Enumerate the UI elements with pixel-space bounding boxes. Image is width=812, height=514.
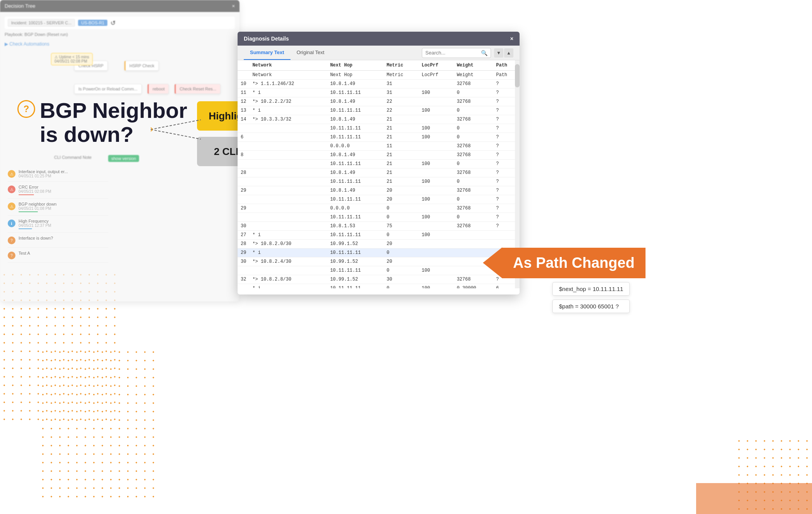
tab-arrow-down[interactable]: ▼ <box>494 48 503 58</box>
tooltip-path: $path = 30000 65001 ? <box>552 300 630 313</box>
table-cell: 32768 <box>454 115 493 124</box>
table-cell <box>419 248 454 257</box>
table-cell: 32768 <box>454 204 493 213</box>
search-input[interactable] <box>425 50 479 56</box>
table-cell <box>419 97 454 106</box>
table-cell: 10.11.11.11 <box>327 231 384 240</box>
table-cell: 0 <box>384 266 419 275</box>
table-cell: 10.11.11.11 <box>327 177 384 186</box>
table-cell: 28 <box>238 240 249 248</box>
table-row: * i10.11.11.1101000 300006 <box>238 284 520 289</box>
table-cell <box>238 284 249 289</box>
table-row: 10.11.11.110100 <box>238 266 520 275</box>
table-cell: * i <box>249 231 327 240</box>
table-cell <box>419 142 454 151</box>
table-cell: 10.11.11.11 <box>327 195 384 204</box>
incident-bar-2 <box>19 211 38 212</box>
table-cell <box>249 186 327 195</box>
search-bar: 🔍 <box>422 48 491 58</box>
table-cell: 0 <box>454 213 493 222</box>
col-weight: Weight <box>454 60 493 71</box>
table-cell: 12 <box>238 97 249 106</box>
table-cell: 22 <box>384 106 419 115</box>
incident-time-0: 04/05/21 01:25 PM <box>19 174 68 178</box>
table-cell <box>419 275 454 284</box>
table-cell: 75 <box>384 222 419 231</box>
table-row: 27* i10.11.11.110100 <box>238 231 520 240</box>
table-cell: 10.8.1.49 <box>327 186 384 195</box>
table-cell: 32768 <box>454 97 493 106</box>
table-cell: 100 <box>419 213 454 222</box>
col-network: Network <box>249 60 327 71</box>
table-cell: 29 <box>238 186 249 195</box>
table-cell: 100 <box>419 124 454 133</box>
table-cell: 21 <box>384 115 419 124</box>
table-row: 29* i10.11.11.110 <box>238 248 520 257</box>
table-cell: 10.8.1.49 <box>327 168 384 177</box>
incident-bar-3 <box>19 228 32 229</box>
diagnosis-window: Diagnosis Details × Summary Text Origina… <box>238 32 520 294</box>
table-cell: 10.11.11.11 <box>327 248 384 257</box>
table-cell <box>249 168 327 177</box>
tab-summary-text[interactable]: Summary Text <box>244 46 290 60</box>
col-metric: Metric <box>384 60 419 71</box>
table-cell: 0 <box>384 248 419 257</box>
table-cell: 10.11.11.11 <box>327 266 384 275</box>
diagnosis-titlebar: Diagnosis Details × <box>238 32 520 46</box>
table-cell: 28 <box>238 168 249 177</box>
incident-text-2: BGP neighbor down <box>19 202 56 206</box>
table-cell: 31 <box>384 80 419 89</box>
table-cell <box>238 213 249 222</box>
table-cell: Next Hop <box>327 71 384 80</box>
table-cell: 0 <box>384 284 419 289</box>
table-cell: 10.99.1.52 <box>327 275 384 284</box>
table-row: 10*> 1.1.1.246/3210.8.1.493132768? <box>238 80 520 89</box>
table-cell: 10.8.1.49 <box>327 115 384 124</box>
table-row: 290.0.0.0032768? <box>238 204 520 213</box>
table-cell <box>249 204 327 213</box>
col-rownum <box>238 60 249 71</box>
table-cell: 0 <box>454 177 493 186</box>
tab-arrow-up[interactable]: ▲ <box>504 48 513 58</box>
table-cell: 32768 <box>454 151 493 160</box>
table-cell: 32768 <box>454 142 493 151</box>
table-cell: 100 <box>419 133 454 142</box>
show-version-btn: show version <box>108 155 139 162</box>
table-cell: 20 <box>384 195 419 204</box>
table-cell: 100 <box>419 284 454 289</box>
table-cell <box>419 115 454 124</box>
flow-node-hsrp-check: HSRP Check <box>124 61 159 71</box>
table-cell: 10.99.1.52 <box>327 240 384 248</box>
diagnosis-close-btn[interactable]: × <box>510 36 513 42</box>
tab-original-text[interactable]: Original Text <box>290 46 331 60</box>
table-cell <box>238 124 249 133</box>
table-cell: LocPrf <box>419 71 454 80</box>
table-cell: * i <box>249 106 327 115</box>
table-cell: 30 <box>238 222 249 231</box>
table-row: 28*> 10.8.2.0/3010.99.1.5220 <box>238 240 520 248</box>
bg-toolbar: Incident: 100215 - SERVER C... US-BOS-R1… <box>5 17 235 29</box>
incident-icon-red: ⚠ <box>8 186 15 193</box>
table-cell: 0 30000 <box>454 284 493 289</box>
table-cell: *> 10.3.3.3/32 <box>249 115 327 124</box>
tooltip-nexthop: $next_hop = 10.11.11.11 <box>552 282 630 296</box>
table-cell: 13 <box>238 106 249 115</box>
table-cell: 32768 <box>454 186 493 195</box>
table-row: 10.11.11.11211000? <box>238 124 520 133</box>
table-cell: Weight <box>454 71 493 80</box>
table-cell: 30 <box>384 275 419 284</box>
scroll-thumb[interactable] <box>515 64 520 87</box>
table-cell: 21 <box>384 151 419 160</box>
bg-window-titlebar: Decision Tree × <box>0 0 240 12</box>
table-cell: 29 <box>238 204 249 213</box>
table-row: 2910.8.1.492032768? <box>238 186 520 195</box>
incident-item-high: ℹ High Frequency 04/05/21 12:37 PM <box>8 216 108 233</box>
table-cell <box>249 266 327 275</box>
warning-time: 04/05/21 02:08 PM <box>54 59 87 63</box>
bg-window-close: × <box>232 3 235 9</box>
table-cell: 11 <box>238 89 249 97</box>
table-cell: 21 <box>384 124 419 133</box>
table-cell: 21 <box>384 160 419 168</box>
table-cell: 32768 <box>454 168 493 177</box>
incident-icon-yellow2: ⚠ <box>8 203 15 210</box>
